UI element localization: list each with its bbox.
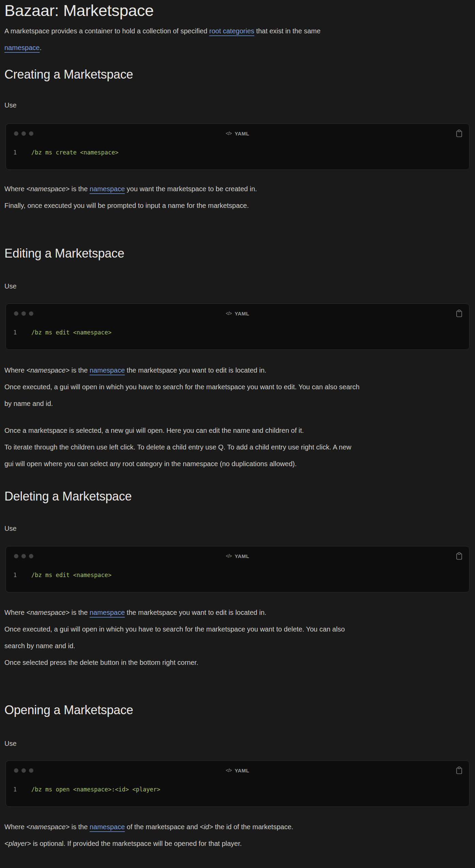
namespace-link[interactable]: namespace: [90, 823, 125, 831]
section-deleting: Deleting a Marketspace Use </> YAML: [4, 488, 471, 671]
copy-button[interactable]: [456, 767, 462, 774]
code-line: 1 /bz ms edit <namespace>: [13, 329, 462, 336]
code-block-deleting: </> YAML 1 /bz ms edit <namespace>: [5, 546, 470, 592]
code-text: /bz ms edit <namespace>: [31, 329, 111, 336]
namespace-link[interactable]: namespace: [90, 609, 125, 616]
code-block-editing: </> YAML 1 /bz ms edit <namespace>: [5, 304, 470, 350]
body-text: Where: [4, 366, 26, 374]
paragraph-line: Where <namespace> is the namespace the m…: [4, 362, 471, 379]
section-heading-creating: Creating a Marketspace: [4, 66, 471, 83]
paragraph-line: Once selected press the delete button in…: [4, 654, 471, 671]
body-text: you want the marketspace to be created i…: [125, 185, 257, 193]
use-label: Use: [4, 524, 471, 533]
page-title: Bazaar: Marketspace: [4, 1, 471, 20]
namespace-link[interactable]: namespace: [90, 366, 125, 374]
intro-line-1: A marketspace provides a container to ho…: [4, 23, 471, 39]
window-dots: [14, 554, 33, 558]
line-number: 1: [13, 572, 17, 578]
intro-line-2: namespace.: [4, 39, 471, 56]
section-heading-deleting: Deleting a Marketspace: [4, 488, 471, 505]
body-text: the marketspace you want to edit is loca…: [125, 609, 267, 616]
window-dot-icon: [29, 311, 33, 316]
code-brackets-icon: </>: [226, 311, 232, 316]
code-lang-text: YAML: [235, 553, 249, 559]
section-heading-editing: Editing a Marketspace: [4, 245, 471, 262]
clipboard-icon: [456, 767, 462, 774]
clipboard-icon: [456, 310, 462, 317]
paragraph-line: by name and id.: [4, 395, 471, 412]
code-line: 1 /bz ms create <namespace>: [13, 149, 462, 156]
paragraph-block: Where <namespace> is the namespace you w…: [4, 181, 471, 214]
window-dot-icon: [14, 311, 18, 316]
code-line: 1 /bz ms edit <namespace>: [13, 572, 462, 578]
intro-text: .: [39, 44, 42, 51]
namespace-variable: <namespace>: [26, 823, 69, 831]
namespace-link[interactable]: namespace: [90, 185, 125, 193]
window-dot-icon: [14, 131, 18, 136]
section-opening: Opening a Marketspace Use </> YAML: [4, 702, 471, 852]
window-dots: [14, 311, 33, 316]
window-dot-icon: [21, 768, 26, 773]
line-number: 1: [13, 786, 17, 793]
line-number: 1: [13, 149, 17, 156]
window-dot-icon: [29, 554, 33, 558]
body-text: is the: [69, 823, 90, 831]
paragraph-line: Finally, once executed you will be promp…: [4, 197, 471, 214]
code-brackets-icon: </>: [226, 768, 232, 773]
code-lang-label: </> YAML: [13, 131, 462, 136]
section-editing: Editing a Marketspace Use </> YAML: [4, 245, 471, 472]
body-text: is the: [69, 609, 90, 616]
section-heading-opening: Opening a Marketspace: [4, 702, 471, 719]
code-line: 1 /bz ms open <namespace>:<id> <player>: [13, 786, 462, 793]
intro-text: that exist in the same: [254, 27, 321, 35]
copy-button[interactable]: [456, 310, 462, 317]
copy-button[interactable]: [456, 552, 462, 560]
paragraph-line: Where <namespace> is the namespace of th…: [4, 819, 471, 835]
window-dot-icon: [14, 554, 18, 558]
window-dot-icon: [21, 554, 26, 558]
paragraph-line: Once a marketspace is selected, a new gu…: [4, 422, 471, 439]
paragraph-line: Where <namespace> is the namespace you w…: [4, 181, 471, 197]
section-creating: Creating a Marketspace Use </> YAML: [4, 66, 471, 214]
clipboard-icon: [456, 130, 462, 137]
code-brackets-icon: </>: [226, 131, 232, 136]
paragraph-line: gui will open where you can select any r…: [4, 456, 471, 472]
paragraph-block: Where <namespace> is the namespace of th…: [4, 819, 471, 852]
body-text: Where: [4, 823, 26, 831]
body-text: is optional. If provided the marketspace…: [31, 840, 242, 847]
line-number: 1: [13, 329, 17, 336]
paragraph-line: Once executed, a gui will open in which …: [4, 621, 471, 638]
body-text: of the marketspace and: [125, 823, 200, 831]
paragraph-line: search by name and id.: [4, 638, 471, 654]
copy-button[interactable]: [456, 130, 462, 137]
code-brackets-icon: </>: [226, 553, 232, 559]
window-dot-icon: [29, 768, 33, 773]
code-lang-label: </> YAML: [13, 768, 462, 773]
code-text: /bz ms open <namespace>:<id> <player>: [31, 786, 160, 793]
use-label: Use: [4, 100, 471, 110]
clipboard-icon: [456, 552, 462, 560]
paragraph-line: Once executed, a gui will open in which …: [4, 379, 471, 395]
namespace-variable: <namespace>: [26, 185, 69, 193]
use-label: Use: [4, 739, 471, 748]
window-dots: [14, 131, 33, 136]
code-block-opening: </> YAML 1 /bz ms open <namespace>:<id> …: [5, 760, 470, 807]
paragraph-line: To iterate through the children use left…: [4, 439, 471, 456]
intro-paragraph: A marketspace provides a container to ho…: [4, 23, 471, 56]
namespace-variable: <namespace>: [26, 366, 69, 374]
namespace-link[interactable]: namespace: [4, 44, 39, 51]
namespace-variable: <namespace>: [26, 609, 69, 616]
code-block-header: </> YAML: [13, 131, 462, 136]
code-block-header: </> YAML: [13, 768, 462, 773]
body-text: the marketspace you want to edit is loca…: [125, 366, 267, 374]
body-text: the id of the marketspace.: [213, 823, 294, 831]
code-lang-text: YAML: [235, 311, 249, 316]
code-block-header: </> YAML: [13, 553, 462, 559]
code-text: /bz ms create <namespace>: [31, 149, 118, 156]
paragraph-block: Where <namespace> is the namespace the m…: [4, 604, 471, 671]
code-lang-label: </> YAML: [13, 553, 462, 559]
code-lang-text: YAML: [235, 768, 249, 773]
use-label: Use: [4, 281, 471, 291]
root-categories-link[interactable]: root categories: [209, 27, 254, 35]
doc-page: Bazaar: Marketspace A marketspace provid…: [0, 1, 475, 852]
